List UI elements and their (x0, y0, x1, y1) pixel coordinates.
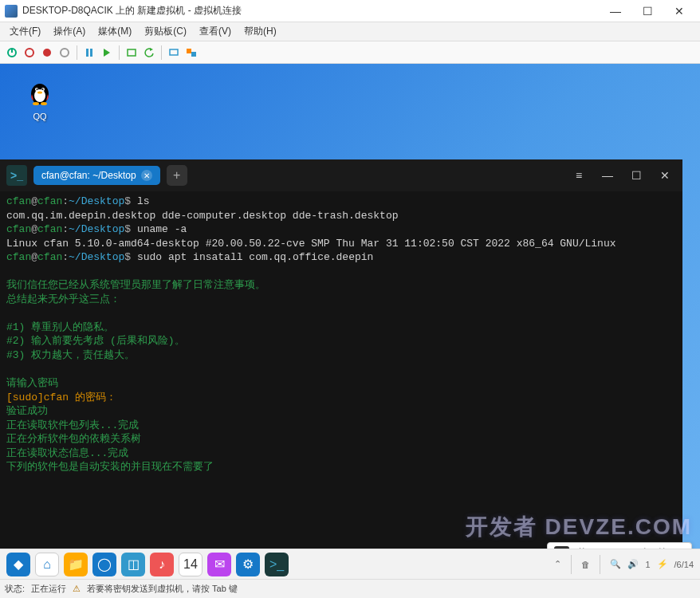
terminal-new-tab-button[interactable]: + (167, 165, 187, 186)
toolbar-separator (161, 45, 162, 60)
trash-icon[interactable]: 🗑 (581, 560, 590, 569)
tray-separator (600, 555, 600, 574)
terminal-line: #1) 尊重别人的隐私。 (6, 321, 676, 335)
share-icon[interactable] (184, 45, 199, 60)
settings-icon[interactable]: ⚙ (236, 553, 260, 576)
menu-media[interactable]: 媒体(M) (92, 22, 138, 41)
enhanced-session-icon[interactable] (167, 45, 181, 60)
terminal-minimize-button[interactable]: — (596, 164, 619, 187)
svg-rect-6 (90, 49, 92, 57)
save-icon[interactable] (57, 45, 72, 60)
terminal-tab[interactable]: cfan@cfan: ~/Desktop ✕ (33, 166, 160, 185)
revert-icon[interactable] (142, 45, 156, 60)
terminal-header: >_ cfan@cfan: ~/Desktop ✕ + ≡ — ☐ ✕ (0, 159, 682, 191)
tray-separator (571, 555, 572, 574)
svg-rect-10 (170, 49, 178, 55)
svg-marker-9 (150, 48, 153, 51)
terminal-line (6, 306, 676, 321)
menu-help[interactable]: 帮助(H) (238, 22, 283, 41)
app-icon (5, 5, 18, 18)
launcher-icon[interactable]: ◆ (6, 553, 30, 576)
status-warning: 若要将密钥发送到虚拟机，请按 Tab 键 (87, 583, 238, 595)
shutdown-icon[interactable] (40, 45, 54, 60)
terminal-line: 我们信任您已经从系统管理员那里了解了日常注意事项。 (6, 278, 676, 293)
store-icon[interactable]: ◫ (121, 553, 145, 576)
terminal-line: cfan@cfan:~/Desktop$ uname -a (6, 222, 676, 237)
window-controls: — ☐ ✕ (600, 1, 695, 22)
minimize-button[interactable]: — (600, 1, 631, 22)
window-title: DESKTOP-D8QACIK 上的 新建虚拟机 - 虚拟机连接 (22, 4, 600, 18)
svg-point-3 (43, 49, 51, 57)
search-icon[interactable]: 🔍 (610, 559, 621, 569)
svg-point-17 (37, 89, 38, 90)
terminal-line: Linux cfan 5.10.0-amd64-desktop #20.00.5… (6, 237, 676, 251)
menu-clipboard[interactable]: 剪贴板(C) (138, 22, 193, 41)
svg-rect-5 (86, 49, 88, 57)
close-button[interactable]: ✕ (663, 1, 695, 22)
system-tray: ⌃ 🗑 🔍 🔊 1 ⚡ /6/14 (554, 555, 694, 574)
toolbar-separator (77, 45, 77, 60)
status-bar: 状态: 正在运行 ⚠ 若要将密钥发送到虚拟机，请按 Tab 键 (0, 579, 700, 598)
show-desktop-icon[interactable]: ⌂ (35, 553, 59, 576)
sound-level: 1 (645, 560, 650, 569)
terminal-logo-icon: >_ (6, 165, 27, 186)
toolbar (0, 41, 700, 64)
svg-point-18 (42, 89, 44, 90)
terminal-line: [sudo]cfan 的密码： (6, 391, 676, 405)
svg-point-21 (41, 102, 47, 105)
tray-date: /6/14 (674, 560, 694, 569)
terminal-maximize-button[interactable]: ☐ (625, 164, 647, 187)
svg-point-2 (26, 49, 33, 57)
terminal-menu-icon[interactable]: ≡ (568, 164, 590, 187)
status-label: 状态: (5, 583, 25, 595)
svg-marker-7 (104, 49, 110, 57)
terminal-tab-title: cfan@cfan: ~/Desktop (41, 170, 136, 181)
calendar-icon[interactable]: 14 (179, 553, 203, 576)
checkpoint-icon[interactable] (124, 45, 139, 60)
menu-file[interactable]: 文件(F) (3, 22, 47, 41)
toolbar-separator (119, 45, 120, 60)
terminal-line (6, 363, 676, 377)
maximize-button[interactable]: ☐ (631, 1, 663, 22)
mail-icon[interactable]: ✉ (207, 553, 231, 576)
terminal-line: #2) 输入前要先考虑 (后果和风险)。 (6, 334, 676, 348)
terminal-line: 正在读取状态信息...完成 (6, 447, 676, 461)
status-value: 正在运行 (31, 583, 66, 595)
terminal-line: 下列的软件包是自动安装的并目现在不需要了 (6, 460, 676, 474)
menu-view[interactable]: 查看(V) (193, 22, 238, 41)
svg-rect-12 (191, 52, 196, 57)
qq-penguin-icon (26, 78, 54, 107)
pause-icon[interactable] (82, 45, 96, 60)
terminal-line: 正在分析软件包的依赖关系树 (6, 432, 676, 447)
terminal-line (6, 265, 676, 279)
terminal-line: com.qq.im.deepin.desktop dde-computer.de… (6, 209, 676, 223)
terminal-taskbar-icon[interactable]: >_ (265, 553, 289, 576)
tray-chevron-icon[interactable]: ⌃ (554, 559, 561, 569)
terminal-line: cfan@cfan:~/Desktop$ sudo apt insatall c… (6, 250, 676, 265)
inner-taskbar: ◆ ⌂ 📁 ◯ ◫ ♪ 14 ✉ ⚙ >_ ⌃ 🗑 🔍 🔊 1 ⚡ /6/14 (0, 549, 700, 579)
power-icon[interactable] (5, 45, 19, 60)
turnoff-icon[interactable] (22, 45, 37, 60)
reset-icon[interactable] (100, 45, 114, 60)
svg-point-19 (37, 92, 42, 94)
terminal-window: >_ cfan@cfan: ~/Desktop ✕ + ≡ — ☐ ✕ cfan… (0, 159, 682, 566)
terminal-line: 请输入密码 (6, 376, 676, 391)
terminal-line: 验证成功 (6, 404, 676, 419)
sound-icon[interactable]: 🔊 (627, 559, 639, 569)
terminal-body[interactable]: cfan@cfan:~/Desktop$ lscom.qq.im.deepin.… (0, 191, 682, 566)
files-icon[interactable]: 📁 (64, 553, 88, 576)
svg-point-20 (33, 102, 39, 105)
terminal-tab-close-icon[interactable]: ✕ (141, 170, 152, 181)
qq-desktop-icon[interactable]: QQ (26, 78, 54, 121)
terminal-line: 总结起来无外乎这三点： (6, 293, 676, 307)
terminal-line: cfan@cfan:~/Desktop$ ls (6, 195, 676, 209)
svg-point-14 (34, 89, 45, 102)
terminal-line: #3) 权力越大，责任越大。 (6, 348, 676, 363)
vm-desktop[interactable]: QQ >_ cfan@cfan: ~/Desktop ✕ + ≡ — ☐ ✕ c… (0, 64, 700, 566)
svg-rect-8 (128, 49, 136, 56)
battery-icon[interactable]: ⚡ (657, 559, 668, 569)
music-icon[interactable]: ♪ (150, 553, 174, 576)
browser-icon[interactable]: ◯ (92, 553, 116, 576)
menu-action[interactable]: 操作(A) (47, 22, 92, 41)
terminal-close-button[interactable]: ✕ (654, 164, 676, 187)
